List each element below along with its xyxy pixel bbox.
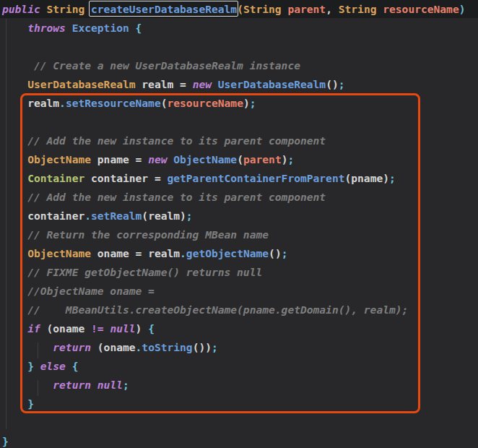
code-token: toString [142, 341, 192, 353]
code-token: () [326, 78, 339, 90]
code-token: container [84, 172, 155, 184]
code-token: return [53, 379, 91, 391]
code-token: // Return the corresponding MBean name [2, 228, 269, 241]
code-token: new [148, 153, 167, 165]
code-line[interactable] [2, 38, 465, 56]
code-line[interactable]: ObjectName oname = realm.getObjectName()… [2, 244, 465, 263]
code-token: setResourceName [66, 97, 161, 109]
code-line[interactable]: // Return the corresponding MBean name [2, 225, 465, 244]
code-token [91, 341, 97, 353]
code-token: getObjectName [186, 247, 269, 259]
code-token: ; [287, 153, 294, 165]
code-token: oname [91, 247, 136, 259]
code-token [212, 78, 218, 90]
code-token: pname [351, 172, 383, 184]
code-token: { [148, 322, 155, 335]
code-line[interactable]: return (oname.toString()); [2, 338, 465, 357]
code-token: ) [243, 97, 250, 109]
code-token: { [136, 22, 142, 34]
code-token: ( [142, 210, 148, 222]
code-token: null [110, 322, 135, 335]
code-line[interactable]: UserDatabaseRealm realm = new UserDataba… [2, 75, 465, 94]
code-editor[interactable]: public String createUserDatabaseRealm(St… [0, 0, 478, 448]
code-line[interactable]: if (oname != null) { [2, 319, 465, 338]
code-token: parent [243, 153, 282, 165]
code-token [2, 153, 27, 165]
code-token [2, 360, 27, 372]
code-token: // MBeanUtils.createObjectName(pname.get… [2, 303, 408, 316]
code-line[interactable]: public String createUserDatabaseRealm(St… [2, 0, 465, 19]
code-line[interactable]: } else { [2, 357, 465, 376]
code-line[interactable]: // Add the new instance to its parent co… [2, 188, 465, 207]
code-line[interactable] [2, 413, 465, 432]
code-token: ( [237, 153, 243, 165]
code-token: container [27, 210, 84, 222]
code-token: ; [123, 379, 129, 391]
code-token [2, 78, 27, 90]
code-line[interactable]: // FIXME getObjectName() returns null [2, 263, 465, 282]
code-token: //ObjectName oname = [2, 285, 155, 297]
code-token: realm [136, 78, 181, 90]
code-token: ObjectName [27, 153, 91, 165]
code-token [40, 322, 47, 335]
code-token: ) [383, 172, 389, 184]
code-token: UserDatabaseRealm [218, 78, 326, 90]
code-token [142, 322, 148, 335]
code-token: public [2, 3, 40, 15]
code-line[interactable]: // MBeanUtils.createObjectName(pname.get… [2, 301, 465, 319]
code-token: // Add the new instance to its parent co… [2, 134, 326, 147]
code-token [2, 341, 53, 353]
code-token [129, 22, 136, 34]
code-token: // Create a new UserDatabaseRealm instan… [2, 59, 300, 72]
code-token [2, 379, 53, 391]
code-token: . [59, 97, 66, 109]
code-token [2, 97, 27, 109]
code-lines: public String createUserDatabaseRealm(St… [2, 0, 465, 448]
code-token: ; [389, 172, 396, 184]
code-line[interactable] [2, 113, 465, 132]
code-token: Container [27, 172, 84, 184]
code-token: String [339, 3, 377, 15]
code-token: } [2, 435, 9, 447]
code-token: } [27, 397, 34, 410]
code-token: ; [186, 210, 193, 222]
code-token: ) [459, 3, 466, 15]
boxed-method-name: createUserDatabaseRealm [91, 3, 237, 15]
code-line[interactable]: realm.setResourceName(resourceName); [2, 94, 465, 113]
code-line[interactable]: //ObjectName oname = [2, 282, 465, 301]
code-line[interactable]: } [2, 395, 465, 413]
code-token: UserDatabaseRealm [27, 78, 135, 90]
code-token: = [136, 247, 149, 259]
code-token: realm [148, 210, 180, 222]
code-token: = [180, 78, 193, 90]
code-token: , [326, 3, 339, 15]
code-line[interactable]: Container container = getParentContainer… [2, 169, 465, 188]
code-token: throws [27, 22, 66, 34]
code-token: . [180, 247, 186, 259]
code-line[interactable]: // Create a new UserDatabaseRealm instan… [2, 56, 465, 75]
code-token: ; [212, 341, 218, 353]
code-line[interactable]: container.setRealm(realm); [2, 207, 465, 225]
code-token [66, 360, 72, 372]
code-token: != [91, 322, 104, 335]
code-token: ()) [193, 341, 212, 353]
code-token: { [72, 360, 79, 372]
code-line[interactable]: ObjectName pname = new ObjectName(parent… [2, 150, 465, 169]
code-token: String [47, 3, 85, 15]
code-token: // Add the new instance to its parent co… [2, 191, 326, 203]
code-token: = [155, 172, 168, 184]
code-line[interactable]: return null; [2, 376, 465, 395]
code-line[interactable]: throws Exception { [2, 19, 465, 38]
code-token: new [193, 78, 212, 90]
code-token: getParentContainerFromParent [167, 172, 344, 184]
code-token [40, 3, 47, 15]
code-token: if [27, 322, 40, 335]
code-token: return [53, 341, 91, 353]
code-token: pname [91, 153, 136, 165]
code-line[interactable]: } [2, 432, 465, 448]
code-token [2, 22, 27, 34]
code-token [91, 379, 97, 391]
code-line[interactable]: // Add the new instance to its parent co… [2, 132, 465, 150]
code-token: String [243, 3, 282, 15]
code-token: () [269, 247, 282, 259]
